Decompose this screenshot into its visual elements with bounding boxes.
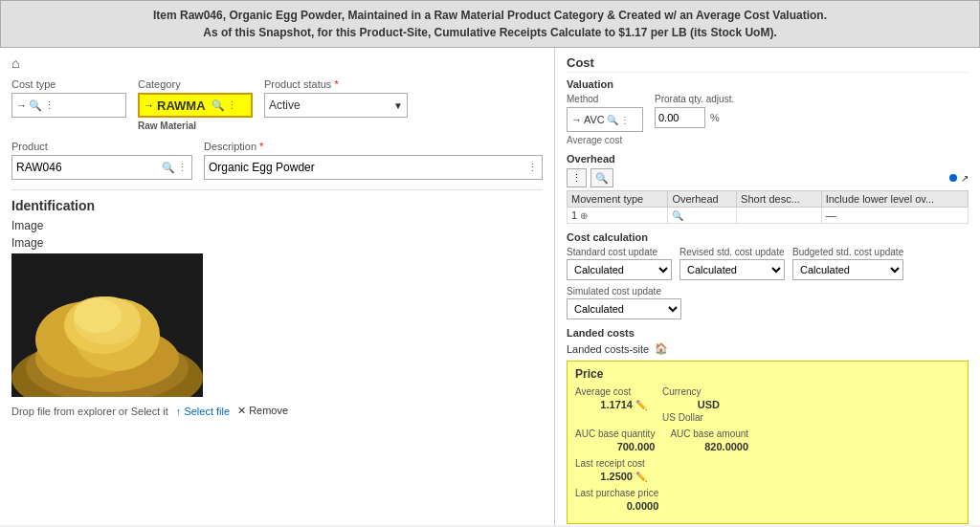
price-row-3: Last receipt cost 1.2500 ✏️ [575, 458, 960, 482]
image-label-1: Image [11, 219, 543, 232]
method-group: Method → AVC 🔍 ⋮ Average cost [567, 94, 643, 145]
description-group: Description * ⋮ [204, 141, 543, 180]
drop-file-text: Drop file from explorer or Select it [11, 406, 168, 417]
currency-label: Currency [662, 386, 720, 397]
prorata-group: Prorata qty. adjust. % [655, 94, 734, 128]
last-receipt-cost-value: 1.2500 [575, 471, 633, 482]
category-search-icon[interactable]: 🔍 [212, 99, 225, 112]
drop-file-area: Drop file from explorer or Select it ↑ S… [11, 405, 543, 417]
overhead-menu-btn[interactable]: ⋮ [567, 168, 587, 187]
prorata-label: Prorata qty. adjust. [655, 94, 734, 104]
simulated-cost-select[interactable]: Calculated [567, 298, 681, 319]
prorata-field[interactable] [655, 107, 705, 128]
method-menu-icon[interactable]: ⋮ [620, 115, 630, 125]
product-status-value: Active [269, 99, 393, 112]
currency-name: US Dollar [662, 412, 720, 423]
overhead-cell-1-1: 1 ⊕ [568, 208, 668, 224]
cost-title: Cost [567, 55, 969, 73]
revised-std-label: Revised std. cost update [679, 247, 785, 257]
method-label: Method [567, 94, 643, 104]
product-input[interactable] [16, 161, 160, 174]
average-cost-label: Average cost [575, 386, 647, 397]
cost-calc-grid: Standard cost update Calculated Revised … [567, 247, 969, 280]
cost-type-search-icon[interactable]: 🔍 [29, 99, 42, 112]
avg-cost-text: Average cost [567, 135, 643, 145]
valuation-row: Method → AVC 🔍 ⋮ Average cost Prorata qt… [567, 94, 969, 145]
average-cost-value: 1.1714 [575, 399, 633, 410]
form-row-2: Product 🔍 ⋮ Description * ⋮ [11, 141, 543, 180]
description-input[interactable] [209, 161, 525, 174]
image-label-2: Image [11, 236, 543, 250]
last-receipt-cost-edit-icon[interactable]: ✏️ [635, 472, 647, 482]
description-menu-icon[interactable]: ⋮ [527, 162, 538, 174]
category-field[interactable]: → RAWMA 🔍 ⋮ [138, 93, 253, 118]
banner-line1: Item Raw046, Organic Egg Powder, Maintai… [12, 7, 968, 24]
average-cost-edit-icon[interactable]: ✏️ [635, 400, 647, 410]
product-menu-icon[interactable]: ⋮ [177, 162, 188, 174]
cost-type-menu-icon[interactable]: ⋮ [44, 99, 55, 112]
identification-section: Identification Image Image [11, 198, 543, 417]
overhead-row-1: 1 ⊕ 🔍 — [568, 208, 969, 224]
price-box: Price Average cost 1.1714 ✏️ Currency US… [567, 361, 969, 524]
product-group: Product 🔍 ⋮ [11, 141, 192, 180]
product-label: Product [11, 141, 192, 152]
overhead-expand-icon[interactable]: ↗ [961, 173, 969, 184]
category-menu-icon[interactable]: ⋮ [227, 99, 237, 112]
category-value: RAWMA [157, 99, 206, 113]
landed-costs-site-label: Landed costs-site [567, 343, 649, 355]
select-file-link[interactable]: ↑ Select file [176, 406, 230, 417]
overhead-expand-cell[interactable]: ⊕ [580, 210, 588, 221]
cost-calc-title: Cost calculation [567, 231, 969, 243]
price-row-2: AUC base quantity 700.000 AUC base amoun… [575, 428, 960, 452]
price-title: Price [575, 367, 960, 381]
cost-type-field[interactable]: → 🔍 ⋮ [11, 93, 126, 118]
revised-std-select[interactable]: Calculated [679, 259, 785, 280]
overhead-table: Movement type Overhead Short desc... Inc… [567, 190, 969, 224]
remove-link[interactable]: ✕ Remove [237, 405, 288, 417]
left-panel: ⌂ Cost type → 🔍 ⋮ Category → RAWMA 🔍 ⋮ [0, 48, 555, 525]
auc-base-qty-value: 700.000 [575, 441, 655, 452]
product-status-dropdown-icon[interactable]: ▼ [393, 100, 403, 111]
method-value: AVC [584, 114, 605, 125]
product-search-icon[interactable]: 🔍 [162, 162, 175, 174]
form-row-1: Cost type → 🔍 ⋮ Category → RAWMA 🔍 ⋮ Raw… [11, 78, 543, 131]
last-receipt-cost-label: Last receipt cost [575, 458, 647, 469]
valuation-title: Valuation [567, 78, 969, 90]
banner-line2: As of this Snapshot, for this Product-Si… [12, 24, 968, 41]
category-group: Category → RAWMA 🔍 ⋮ Raw Material [138, 78, 253, 131]
overhead-col-include: Include lower level ov... [821, 191, 968, 208]
home-icon[interactable]: ⌂ [11, 55, 543, 71]
auc-base-amount-label: AUC base amount [670, 428, 748, 439]
product-status-select[interactable]: Active ▼ [264, 93, 408, 118]
product-field[interactable]: 🔍 ⋮ [11, 155, 192, 180]
overhead-cell-1-2: 🔍 [668, 208, 737, 224]
description-field[interactable]: ⋮ [204, 155, 543, 180]
identification-title: Identification [11, 198, 543, 213]
right-panel: Cost Valuation Method → AVC 🔍 ⋮ Average … [555, 48, 980, 525]
auc-base-amount-value: 820.0000 [670, 441, 748, 452]
revised-std-item: Revised std. cost update Calculated [679, 247, 785, 280]
landed-costs-site-icon: 🏠 [655, 342, 668, 355]
category-arrow-icon: → [144, 99, 154, 111]
auc-base-amount-item: AUC base amount 820.0000 [670, 428, 748, 452]
overhead-toolbar: ⋮ 🔍 ↗ [567, 168, 969, 187]
svg-point-8 [74, 298, 122, 333]
prorata-input[interactable] [658, 112, 702, 123]
last-receipt-cost-item: Last receipt cost 1.2500 ✏️ [575, 458, 647, 482]
overhead-col-short-desc: Short desc... [737, 191, 822, 208]
category-sublabel: Raw Material [138, 121, 253, 131]
price-row-1: Average cost 1.1714 ✏️ Currency USD US D… [575, 386, 960, 423]
last-purchase-price-item: Last purchase price 0.0000 [575, 488, 658, 512]
auc-base-qty-item: AUC base quantity 700.000 [575, 428, 655, 452]
overhead-search-cell[interactable]: 🔍 [672, 210, 683, 221]
standard-cost-select[interactable]: Calculated [567, 259, 672, 280]
landed-costs-site-row: Landed costs-site 🏠 [567, 342, 969, 355]
method-search-icon[interactable]: 🔍 [607, 115, 618, 125]
budgeted-std-select[interactable]: Calculated [792, 259, 903, 280]
standard-cost-label: Standard cost update [567, 247, 672, 257]
overhead-search-btn[interactable]: 🔍 [590, 168, 613, 187]
method-field[interactable]: → AVC 🔍 ⋮ [567, 107, 643, 132]
cost-type-arrow-icon: → [16, 99, 27, 111]
cost-calc-section: Cost calculation Standard cost update Ca… [567, 231, 969, 319]
product-status-label: Product status * [264, 78, 408, 90]
